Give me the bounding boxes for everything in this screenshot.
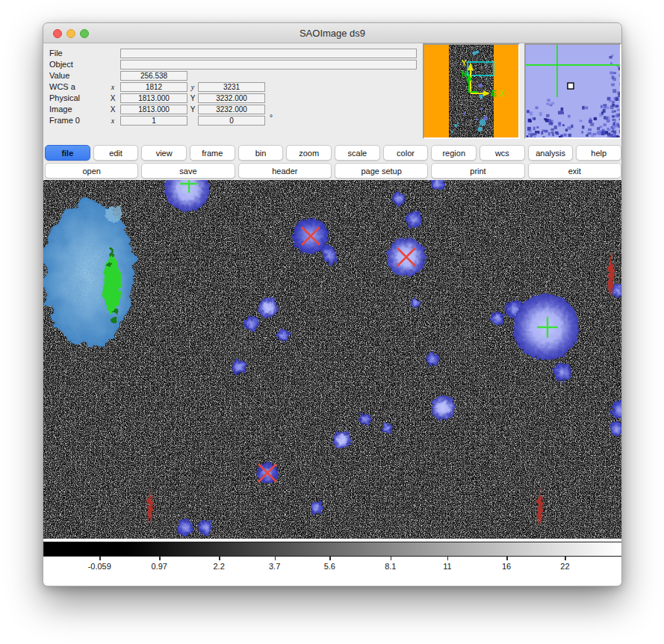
value-field[interactable]: 256.538: [120, 71, 187, 81]
image-y-field[interactable]: 3232.000: [198, 105, 265, 114]
frame-label: Frame 0: [49, 115, 80, 126]
menu-page-setup-button[interactable]: page setup: [335, 163, 428, 179]
physical-y-label: Y: [187, 93, 198, 104]
colorbar-tick-label: 8.1: [385, 562, 396, 571]
colorbar-tick: [565, 557, 566, 560]
star-blob: [244, 316, 259, 331]
menu-analysis-button[interactable]: analysis: [528, 145, 574, 161]
star-blob: [310, 501, 323, 514]
colorbar[interactable]: [43, 542, 622, 557]
wcs-x-label: x: [108, 81, 118, 93]
file-field[interactable]: [120, 49, 417, 58]
menu-help-button[interactable]: help: [576, 145, 621, 161]
wcs-x-field[interactable]: 1812: [120, 82, 187, 92]
menu-scale-button[interactable]: scale: [335, 145, 380, 161]
sky-noise-white: [43, 180, 622, 539]
panner-y-axis-label: Y: [462, 59, 467, 67]
magnifier-cursor-pixel-box: [568, 83, 574, 89]
nebula-green-knob: [107, 262, 111, 267]
star-blob: [431, 396, 455, 420]
panner-east-label: E: [491, 90, 497, 98]
menu-save-button[interactable]: save: [141, 163, 235, 179]
menu-region-button[interactable]: region: [431, 145, 477, 161]
panner-north-label: N: [462, 70, 467, 78]
file-label: File: [49, 48, 63, 59]
star-blob: [491, 312, 504, 325]
image-x-label: X: [108, 104, 118, 115]
colorbar-area: -0.0590.972.23.75.68.1111622: [43, 539, 622, 586]
panner[interactable]: Y N E X: [423, 43, 520, 139]
star-blob: [359, 413, 371, 425]
colorbar-tick: [159, 557, 161, 560]
wcs-y-label: y: [187, 81, 198, 93]
star-blob: [392, 192, 406, 205]
window-title: SAOImage ds9: [43, 23, 621, 43]
object-field[interactable]: [120, 60, 417, 69]
physical-y-field[interactable]: 3232.000: [198, 93, 265, 103]
colorbar-tick: [447, 557, 449, 560]
sky-image-canvas[interactable]: [43, 180, 622, 539]
colorbar-tick-label: 3.7: [269, 562, 280, 571]
panner-x-axis-label: X: [500, 90, 505, 98]
nebula-green-knob: [109, 252, 115, 258]
image-label: Image: [49, 104, 72, 115]
menu-frame-button[interactable]: frame: [190, 145, 235, 161]
object-label: Object: [49, 59, 73, 70]
physical-x-label: X: [108, 93, 118, 104]
colorbar-tick-label: -0.059: [88, 562, 111, 571]
colorbar-tick-label: 2.2: [213, 562, 224, 571]
colorbar-tick: [275, 557, 276, 560]
star-blob: [553, 363, 571, 381]
colorbar-tick-label: 0.97: [151, 562, 167, 571]
menu-view-button[interactable]: view: [141, 145, 187, 161]
menu-color-button[interactable]: color: [383, 145, 429, 161]
info-panel: File Object Value 256.538 WCS a x 1812 y…: [43, 43, 423, 144]
wcs-y-field[interactable]: 3231: [198, 82, 265, 92]
star-blob: [406, 211, 422, 228]
colorbar-tick: [391, 557, 392, 560]
colorbar-tick-label: 11: [443, 562, 451, 571]
star-blob: [411, 299, 420, 308]
menu-print-button[interactable]: print: [431, 163, 524, 179]
frame-x-label: x: [108, 115, 118, 126]
image-x-field[interactable]: 1813.000: [120, 105, 187, 114]
menu-bin-button[interactable]: bin: [238, 145, 284, 161]
value-label: Value: [49, 70, 69, 81]
menu-row-secondary: opensaveheaderpage setupprintexit: [43, 163, 622, 179]
frame-rotate-field[interactable]: 0: [198, 116, 265, 126]
star-blob: [232, 359, 246, 374]
colorbar-tick-label: 22: [560, 562, 569, 571]
menu-file-button[interactable]: file: [45, 145, 90, 161]
magnifier[interactable]: [524, 43, 621, 139]
menu-exit-button[interactable]: exit: [528, 163, 621, 179]
colorbar-tick-label: 16: [502, 562, 511, 571]
colorbar-tick: [506, 557, 508, 560]
physical-x-field[interactable]: 1813.000: [120, 93, 187, 103]
image-frame: [43, 180, 622, 539]
menu-row-primary: fileeditviewframebinzoomscalecolorregion…: [43, 145, 622, 161]
menu-wcs-button[interactable]: wcs: [480, 145, 525, 161]
star-blob: [198, 520, 213, 535]
magnifier-canvas[interactable]: [526, 45, 620, 137]
nebula-green-knob: [111, 249, 114, 253]
colorbar-tick: [329, 557, 331, 560]
frame-zoom-field[interactable]: 1: [120, 116, 187, 126]
nebula-green-core: [103, 257, 121, 314]
star-blob: [333, 431, 351, 449]
colorbar-tick: [99, 557, 101, 560]
colorbar-tick-label: 5.6: [324, 562, 335, 571]
colorbar-tick: [219, 557, 220, 560]
menu-header-button[interactable]: header: [238, 163, 332, 179]
menu-open-button[interactable]: open: [45, 163, 138, 179]
star-blob: [426, 353, 439, 366]
panner-canvas[interactable]: Y N E X: [424, 45, 518, 137]
star-blob: [258, 298, 278, 318]
titlebar[interactable]: SAOImage ds9: [43, 23, 621, 43]
menu-edit-button[interactable]: edit: [93, 145, 139, 161]
star-blob: [277, 329, 289, 341]
nebula-green-knob: [111, 318, 117, 323]
physical-label: Physical: [49, 93, 80, 104]
ds9-window: SAOImage ds9 File Object Value 256.538 W…: [43, 22, 622, 586]
wcs-label: WCS a: [49, 81, 75, 93]
menu-zoom-button[interactable]: zoom: [286, 145, 332, 161]
